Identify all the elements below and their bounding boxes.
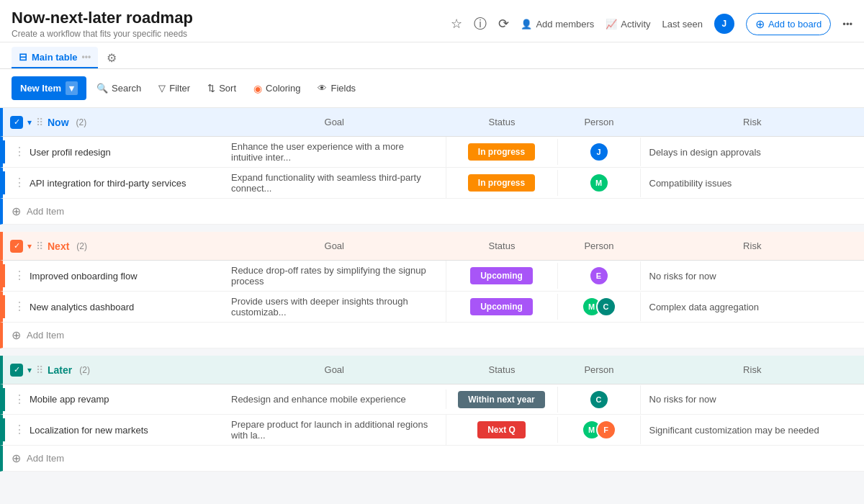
table-row: ⋮Localization for new marketsPrepare pro… bbox=[0, 415, 864, 446]
row-drag-icon[interactable]: ⋮ bbox=[14, 394, 25, 405]
table-row: ⋮Improved onboarding flowReduce drop-off… bbox=[0, 261, 864, 292]
row-person-cell: J bbox=[558, 138, 641, 166]
row-status-cell[interactable]: In progress bbox=[446, 170, 558, 196]
group-drag-icon: ⠿ bbox=[36, 240, 43, 252]
group-expand-icon[interactable]: ▾ bbox=[27, 365, 32, 375]
row-drag-icon[interactable]: ⋮ bbox=[14, 301, 25, 312]
add-to-board-icon: ⊕ bbox=[755, 17, 765, 31]
group-expand-icon[interactable]: ▾ bbox=[27, 241, 32, 251]
add-item-row[interactable]: ⊕Add Item bbox=[0, 199, 864, 225]
group-checkbox[interactable]: ✓ bbox=[10, 116, 23, 129]
row-risk-cell: Significant customization may be needed bbox=[641, 420, 865, 440]
board-subtitle: Create a workflow that fits your specifi… bbox=[12, 29, 193, 39]
group-drag-icon: ⠿ bbox=[36, 364, 43, 376]
sort-button[interactable]: ⇅ Sort bbox=[200, 78, 243, 99]
add-item-row[interactable]: ⊕Add Item bbox=[0, 323, 864, 348]
col-header-status: Status bbox=[446, 236, 558, 256]
filter-button[interactable]: ▽ Filter bbox=[151, 78, 197, 99]
add-item-row[interactable]: ⊕Add Item bbox=[0, 446, 864, 472]
col-header-risk: Risk bbox=[641, 112, 865, 132]
activity-button[interactable]: 📈 Activity bbox=[606, 19, 650, 30]
row-status-cell[interactable]: Within next year bbox=[446, 387, 558, 413]
row-risk-cell: Delays in design approvals bbox=[641, 143, 865, 162]
ai-button[interactable]: ⟳ bbox=[498, 16, 509, 32]
row-goal-cell: Enhance the user experience with a more … bbox=[222, 137, 446, 167]
row-name-text: API integration for third-party services bbox=[30, 178, 186, 189]
info-button[interactable]: ⓘ bbox=[474, 15, 487, 32]
row-risk-cell: No risks for now bbox=[641, 266, 865, 286]
row-status-cell[interactable]: Next Q bbox=[446, 417, 558, 443]
more-icon: ••• bbox=[842, 19, 852, 30]
avatar-group: M bbox=[589, 173, 609, 193]
coloring-button[interactable]: ◉ Coloring bbox=[246, 78, 307, 99]
add-members-button[interactable]: 👤 Add members bbox=[521, 19, 594, 30]
info-icon: ⓘ bbox=[474, 15, 487, 32]
group-header-later: ✓▾⠿Later(2)GoalStatusPersonRisk bbox=[0, 356, 864, 384]
table-area: ✓▾⠿Now(2)GoalStatusPersonRisk⋮User profi… bbox=[0, 108, 864, 504]
more-button[interactable]: ••• bbox=[842, 19, 852, 30]
row-name-cell: ⋮API integration for third-party service… bbox=[3, 171, 222, 194]
status-badge: In progress bbox=[468, 143, 535, 161]
group-checkbox[interactable]: ✓ bbox=[10, 364, 23, 377]
group-checkbox[interactable]: ✓ bbox=[10, 240, 23, 253]
group-count: (2) bbox=[76, 241, 87, 251]
row-risk-cell: Compatibility issues bbox=[641, 174, 865, 193]
status-badge: Within next year bbox=[458, 391, 545, 408]
status-badge: Upcoming bbox=[470, 267, 533, 284]
main-table-tab[interactable]: ⊟ Main table ••• bbox=[12, 47, 98, 68]
header-right: ☆ ⓘ ⟳ 👤 Add members 📈 Activity Last seen… bbox=[451, 13, 852, 35]
row-person-cell: M bbox=[558, 168, 641, 197]
row-drag-icon[interactable]: ⋮ bbox=[14, 146, 25, 158]
app-header: Now-next-later roadmap Create a workflow… bbox=[0, 0, 864, 42]
header-left: Now-next-later roadmap Create a workflow… bbox=[12, 9, 193, 39]
row-risk-cell: No risks for now bbox=[641, 390, 865, 409]
row-person-cell: MF bbox=[558, 415, 641, 444]
add-item-label: Add Item bbox=[27, 206, 64, 217]
row-person-cell: C bbox=[558, 385, 641, 414]
status-badge: Upcoming bbox=[470, 298, 533, 315]
toolbar: New Item ▾ 🔍 Search ▽ Filter ⇅ Sort ◉ Co… bbox=[0, 69, 864, 108]
add-item-label: Add Item bbox=[27, 453, 64, 464]
avatar-group: E bbox=[589, 266, 609, 286]
settings-icon[interactable]: ⚙ bbox=[107, 51, 117, 65]
row-status-cell[interactable]: In progress bbox=[446, 139, 558, 165]
group-count: (2) bbox=[76, 117, 87, 127]
avatar: J bbox=[589, 142, 609, 162]
row-name-text: Improved onboarding flow bbox=[30, 271, 138, 282]
avatar: E bbox=[589, 266, 609, 286]
col-header-goal: Goal bbox=[222, 236, 446, 256]
row-goal-cell: Redesign and enhance mobile experience bbox=[222, 390, 446, 409]
group-section-next: ✓▾⠿Next(2)GoalStatusPersonRisk⋮Improved … bbox=[0, 232, 864, 348]
table-icon: ⊟ bbox=[19, 51, 27, 63]
row-drag-icon[interactable]: ⋮ bbox=[14, 177, 25, 189]
star-button[interactable]: ☆ bbox=[451, 16, 462, 32]
row-name-cell: ⋮Mobile app revamp bbox=[3, 388, 222, 411]
avatar-group: MC bbox=[582, 297, 616, 317]
search-icon: 🔍 bbox=[96, 83, 108, 94]
fields-button[interactable]: 👁 Fields bbox=[310, 78, 363, 99]
group-expand-icon[interactable]: ▾ bbox=[27, 117, 32, 127]
row-status-cell[interactable]: Upcoming bbox=[446, 263, 558, 289]
fields-icon: 👁 bbox=[318, 83, 327, 94]
avatar: F bbox=[596, 420, 616, 440]
row-name-text: Mobile app revamp bbox=[30, 394, 109, 405]
star-icon: ☆ bbox=[451, 16, 462, 32]
col-header-goal: Goal bbox=[222, 360, 446, 379]
new-item-button[interactable]: New Item ▾ bbox=[12, 76, 86, 100]
avatar-group: J bbox=[589, 142, 609, 162]
add-to-board-button[interactable]: ⊕ Add to board bbox=[746, 13, 831, 35]
group-header-left: ✓▾⠿Later(2) bbox=[3, 359, 222, 381]
status-badge: Next Q bbox=[477, 421, 526, 438]
group-name: Later bbox=[48, 364, 72, 376]
new-item-dropdown-arrow[interactable]: ▾ bbox=[66, 81, 78, 95]
row-status-cell[interactable]: Upcoming bbox=[446, 294, 558, 320]
ai-icon: ⟳ bbox=[498, 16, 509, 32]
col-header-status: Status bbox=[446, 360, 558, 379]
row-goal-cell: Provide users with deeper insights throu… bbox=[222, 292, 446, 322]
row-drag-icon[interactable]: ⋮ bbox=[14, 270, 25, 282]
board-title: Now-next-later roadmap bbox=[12, 9, 193, 27]
avatar: M bbox=[589, 173, 609, 193]
row-drag-icon[interactable]: ⋮ bbox=[14, 424, 25, 436]
avatar-group: MF bbox=[582, 420, 616, 440]
search-button[interactable]: 🔍 Search bbox=[89, 78, 148, 99]
